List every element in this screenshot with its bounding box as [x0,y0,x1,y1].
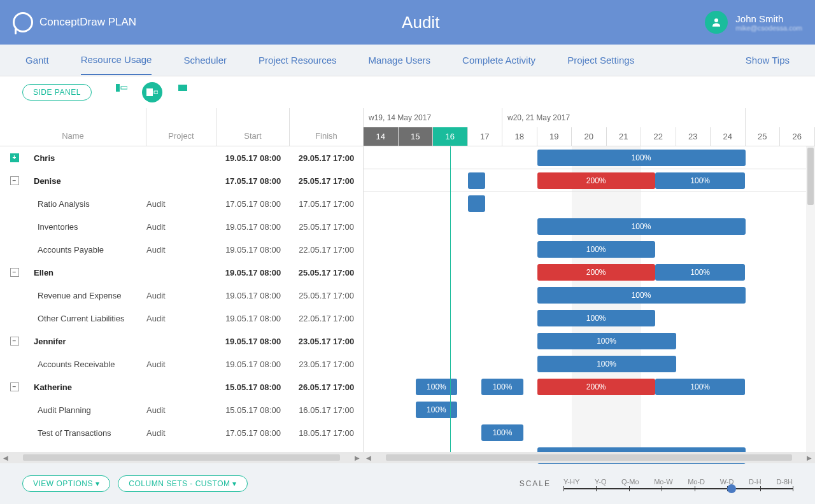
usage-bar[interactable]: 100% [537,356,676,372]
collapse-icon[interactable]: − [10,337,19,346]
collapse-icon[interactable]: − [10,176,19,185]
task-row[interactable]: Accounts PayableAudit19.05.17 08:0022.05… [0,238,363,261]
collapse-icon[interactable]: − [10,382,19,391]
task-row[interactable]: Revenue and ExpenseAudit19.05.17 08:0025… [0,284,363,307]
usage-bar[interactable]: 200% [537,172,655,189]
timeline-row: 200%100% [364,261,815,284]
col-finish[interactable]: Finish [290,108,363,146]
usage-bar[interactable]: 100% [655,379,746,395]
usage-bar[interactable] [468,195,485,212]
scale-control: SCALE Y-HYY-QQ-MoMo-WMo-DW-DD-HD-8H [520,478,793,489]
day-header[interactable]: 26 [780,127,815,146]
day-header[interactable]: 16 [433,127,468,146]
scale-thumb[interactable] [727,484,736,493]
timeline-row: 100% [364,238,815,261]
day-header[interactable]: 19 [537,127,572,146]
row-start: 17.05.17 08:00 [216,199,290,209]
view-mode-2-icon[interactable] [142,82,162,102]
tab-project-settings[interactable]: Project Settings [567,46,634,74]
resource-row[interactable]: −Katherine15.05.17 08:0026.05.17 17:00 [0,375,363,398]
tab-manage-users[interactable]: Manage Users [369,46,431,74]
tab-show-tips[interactable]: Show Tips [746,46,790,74]
row-start: 15.05.17 08:00 [216,405,290,415]
row-name: Inventories [29,222,146,232]
usage-bar[interactable]: 100% [537,218,746,235]
timeline-row [364,192,815,215]
day-header[interactable]: 21 [607,127,642,146]
day-header[interactable]: 23 [676,127,711,146]
row-name: Audit Planning [29,405,146,415]
day-header[interactable]: 20 [572,127,607,146]
row-finish: 29.05.17 17:00 [290,153,363,163]
task-row[interactable]: Test of TransactionsAudit17.05.17 08:001… [0,421,363,444]
timeline-hscroll[interactable]: ◀▶ [363,452,815,463]
task-row[interactable]: InventoriesAudit19.05.17 08:0025.05.17 1… [0,215,363,238]
usage-bar[interactable]: 100% [481,424,523,441]
user-area[interactable]: John Smith mike@csodessa.com [705,11,802,34]
row-project: Audit [146,291,216,300]
column-sets-button[interactable]: COLUMN SETS - CUSTOM ▾ [118,475,247,492]
day-header[interactable]: 14 [364,127,399,146]
usage-bar[interactable]: 100% [655,264,746,281]
scale-label-item: Y-Q [595,478,607,486]
usage-bar[interactable]: 100% [537,150,746,166]
day-header[interactable]: 25 [746,127,781,146]
row-name: Katherine [29,382,146,392]
collapse-icon[interactable]: − [10,268,19,277]
day-header[interactable]: 24 [711,127,746,146]
row-finish: 18.05.17 17:00 [290,428,363,438]
usage-bar[interactable] [468,172,485,189]
usage-bar[interactable]: 200% [537,379,655,395]
row-project: Audit [146,245,216,255]
usage-bar[interactable]: 100% [416,402,457,418]
row-start: 17.05.17 08:00 [216,428,290,438]
row-start: 19.05.17 08:00 [216,337,290,346]
main-tabs: GanttResource UsageSchedulerProject Reso… [0,45,815,76]
day-header[interactable]: 18 [502,127,537,146]
resource-row[interactable]: −Ellen19.05.17 08:0025.05.17 17:00 [0,261,363,284]
usage-bar[interactable]: 100% [537,310,655,326]
usage-bar[interactable]: 100% [481,379,523,395]
resource-row[interactable]: −Denise17.05.17 08:0025.05.17 17:00 [0,169,363,192]
usage-bar[interactable]: 100% [537,241,655,258]
task-row[interactable]: Other Current LiabilitiesAudit19.05.17 0… [0,307,363,330]
grid-body: +Chris19.05.17 08:0029.05.17 17:00−Denis… [0,146,363,452]
task-row[interactable]: Audit PlanningAudit15.05.17 08:0016.05.1… [0,398,363,421]
task-row[interactable]: Accounts ReceivableAudit19.05.17 08:0023… [0,353,363,375]
usage-bar[interactable]: 200% [537,264,655,281]
vertical-scrollbar[interactable] [806,146,815,452]
col-start[interactable]: Start [216,108,290,146]
col-name[interactable]: Name [0,108,146,146]
resource-row[interactable]: −Jennifer19.05.17 08:0023.05.17 17:00 [0,330,363,353]
day-header[interactable]: 22 [641,127,676,146]
tab-gantt[interactable]: Gantt [25,46,49,74]
scale-slider[interactable]: Y-HYY-QQ-MoMo-WMo-DW-DD-HD-8H [563,478,793,489]
timeline-body[interactable]: 100%200%100%100%100%200%100%100%100%100%… [364,146,815,452]
view-mode-1-icon[interactable] [114,82,129,94]
week-header: w19, 14 May 2017 [364,108,502,127]
timeline-row: 100% [364,398,815,421]
avatar-icon [705,11,728,34]
task-row[interactable]: Ratio AnalysisAudit17.05.17 08:0017.05.1… [0,192,363,215]
resource-row[interactable]: +Chris19.05.17 08:0029.05.17 17:00 [0,146,363,169]
task-row[interactable]: Revenue and ExpenseAudit19.05.17 08:0025… [0,444,363,452]
day-header[interactable]: 15 [399,127,434,146]
tab-resource-usage[interactable]: Resource Usage [81,45,152,75]
usage-bar[interactable]: 100% [537,287,746,304]
expand-icon[interactable]: + [10,153,19,162]
grid-hscroll[interactable]: ◀▶ [0,452,363,463]
usage-bar[interactable]: 100% [655,172,746,189]
tab-scheduler[interactable]: Scheduler [183,46,227,74]
side-panel-button[interactable]: SIDE PANEL [22,84,92,101]
row-project: Audit [146,428,216,438]
col-project[interactable]: Project [146,108,216,146]
view-mode-3-icon[interactable] [175,82,190,94]
tab-project-resources[interactable]: Project Resources [259,46,337,74]
usage-bar[interactable]: 100% [416,379,457,395]
tab-complete-activity[interactable]: Complete Activity [462,46,535,74]
usage-bar[interactable]: 100% [537,333,676,349]
timeline: w19, 14 May 2017w20, 21 May 2017 1415161… [363,108,815,452]
row-finish: 25.05.17 17:00 [290,176,363,186]
day-header[interactable]: 17 [468,127,503,146]
view-options-button[interactable]: VIEW OPTIONS ▾ [22,475,110,492]
